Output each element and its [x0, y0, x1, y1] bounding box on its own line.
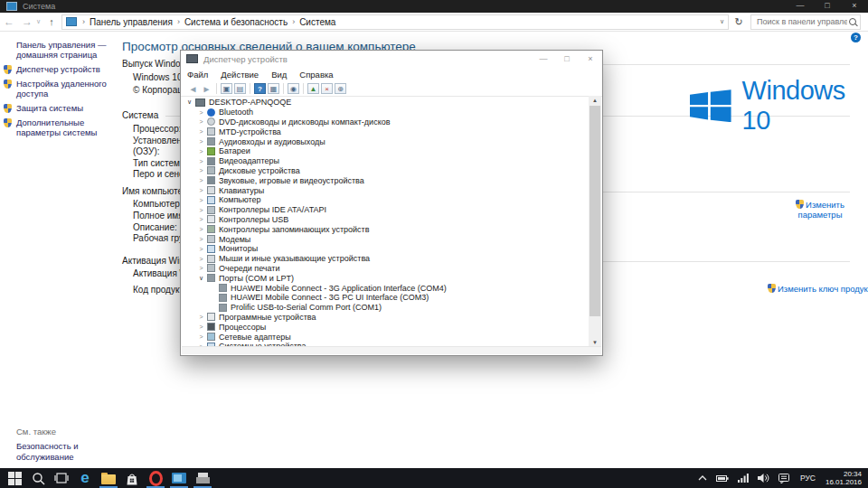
tree-item[interactable]: >Звуковые, игровые и видеоустройства	[182, 175, 589, 185]
refresh-icon[interactable]: ↻	[731, 16, 747, 28]
edge-taskbar-icon[interactable]: e	[73, 468, 97, 488]
language-indicator[interactable]: РУС	[800, 474, 816, 483]
chevron-collapsed-icon[interactable]: >	[197, 226, 205, 232]
chevron-collapsed-icon[interactable]: >	[197, 118, 205, 125]
update-driver-icon[interactable]: ▲	[307, 83, 319, 94]
chevron-collapsed-icon[interactable]: >	[197, 158, 205, 164]
chevron-collapsed-icon[interactable]: >	[197, 187, 205, 193]
up-icon[interactable]: ↑	[43, 16, 60, 27]
nav-forward-icon[interactable]: ►	[200, 84, 213, 94]
tree-item[interactable]: >Клавиатуры	[182, 185, 589, 195]
store-taskbar-icon[interactable]	[120, 468, 144, 488]
tree-item[interactable]: >Программные устройства	[182, 313, 589, 323]
task-view-taskbar-icon[interactable]	[50, 468, 73, 488]
action-center-icon[interactable]	[778, 474, 789, 483]
chevron-collapsed-icon[interactable]: >	[197, 177, 205, 183]
tree-item[interactable]: >Дисковые устройства	[182, 166, 589, 176]
breadcrumb-item[interactable]: Система и безопасность	[182, 17, 290, 27]
search-box[interactable]	[750, 14, 861, 30]
tree-item[interactable]: ∨Порты (COM и LPT)	[182, 273, 589, 283]
dm-minimize-button[interactable]: —	[532, 52, 555, 67]
tree-item[interactable]: >Сетевые адаптеры	[182, 332, 589, 342]
chevron-collapsed-icon[interactable]: >	[197, 138, 205, 145]
tree-item[interactable]: >Процессоры	[182, 322, 589, 332]
tree-item[interactable]: HUAWEI Mobile Connect - 3G Application I…	[182, 283, 589, 293]
tree-item[interactable]: >Bluetooth	[182, 108, 589, 117]
forward-icon[interactable]: →	[18, 15, 36, 28]
chevron-collapsed-icon[interactable]: >	[197, 256, 205, 262]
chevron-collapsed-icon[interactable]: >	[197, 207, 205, 213]
tree-item[interactable]: >Аудиовходы и аудиовыходы	[182, 136, 589, 146]
address-field[interactable]: ›Панель управления›Система и безопасност…	[61, 14, 729, 30]
menu-item[interactable]: Действие	[221, 70, 259, 80]
chevron-collapsed-icon[interactable]: >	[197, 333, 205, 340]
tree-item[interactable]: >Модемы	[182, 234, 589, 244]
see-also-link[interactable]: Безопасность и обслуживание	[16, 441, 98, 463]
chevron-collapsed-icon[interactable]: >	[197, 324, 205, 330]
dm-close-button[interactable]: ×	[579, 52, 602, 67]
tree-item[interactable]: >Контроллеры USB	[182, 215, 589, 225]
show-window-icon[interactable]: ▦	[268, 83, 279, 94]
address-dropdown-icon[interactable]: ∨	[720, 18, 724, 25]
properties-icon[interactable]: ▣	[221, 83, 232, 94]
dm-maximize-button[interactable]: □	[555, 52, 579, 67]
change-product-key-link[interactable]: Изменить ключ продукта	[768, 283, 868, 294]
chevron-collapsed-icon[interactable]: >	[197, 314, 205, 320]
hidden-icons-icon[interactable]	[698, 474, 707, 482]
sidebar-item[interactable]: Панель управления — домашняя страница	[4, 40, 121, 60]
chevron-expanded-icon[interactable]: ∨	[185, 99, 193, 106]
start-button[interactable]	[3, 468, 26, 488]
tree-item[interactable]: >Контроллеры запоминающих устройств	[182, 224, 589, 234]
help-icon[interactable]: ?	[254, 83, 266, 94]
battery-icon[interactable]	[716, 474, 729, 483]
chevron-collapsed-icon[interactable]: >	[197, 246, 205, 252]
back-icon[interactable]: ←	[0, 15, 18, 28]
sidebar-item[interactable]: Защита системы	[4, 103, 121, 113]
export-list-icon[interactable]: ▤	[234, 83, 246, 94]
tree-item[interactable]: HUAWEI Mobile Connect - 3G PC UI Interfa…	[182, 293, 589, 303]
scan-hardware-changes-icon[interactable]: ⊕	[335, 83, 346, 94]
chevron-collapsed-icon[interactable]: >	[197, 148, 205, 155]
history-chevron-icon[interactable]: ∨	[36, 18, 43, 25]
tree-item[interactable]: >Очереди печати	[182, 264, 589, 274]
explorer-taskbar-icon[interactable]	[97, 468, 120, 488]
breadcrumb-item[interactable]: Система	[297, 17, 338, 27]
sidebar-item[interactable]: Диспетчер устройств	[4, 64, 121, 74]
tree-item[interactable]: >Компьютер	[182, 195, 589, 205]
volume-icon[interactable]	[758, 474, 769, 483]
chevron-collapsed-icon[interactable]: >	[197, 167, 205, 174]
scroll-up-icon[interactable]: ▲	[589, 96, 601, 105]
tree-item[interactable]: >MTD-устройства	[182, 127, 589, 136]
chevron-collapsed-icon[interactable]: >	[197, 109, 205, 116]
tree-item[interactable]: Prolific USB-to-Serial Comm Port (COM1)	[182, 303, 589, 313]
tree-item[interactable]: >Мыши и иные указывающие устройства	[182, 254, 589, 264]
tree-item[interactable]: >Видеоадаптеры	[182, 156, 589, 166]
maximize-button[interactable]: □	[814, 0, 841, 13]
menu-item[interactable]: Справка	[299, 70, 333, 80]
menu-item[interactable]: Вид	[271, 70, 287, 80]
chevron-expanded-icon[interactable]: ∨	[197, 275, 205, 282]
close-button[interactable]: ×	[841, 0, 868, 13]
cellular-signal-icon[interactable]	[738, 474, 749, 483]
sidebar-item[interactable]: Настройка удаленного доступа	[4, 79, 121, 99]
search-input[interactable]	[755, 16, 849, 27]
chevron-collapsed-icon[interactable]: >	[197, 128, 205, 135]
uninstall-device-icon[interactable]: ×	[321, 83, 333, 94]
minimize-button[interactable]: —	[787, 0, 814, 13]
scan-icon[interactable]: ◉	[288, 83, 299, 94]
tree-item[interactable]: >Батареи	[182, 146, 589, 156]
clock[interactable]: 20:34 16.01.2016	[826, 470, 862, 486]
nav-back-icon[interactable]: ◄	[186, 84, 200, 94]
help-icon[interactable]: ?	[851, 33, 861, 42]
chevron-collapsed-icon[interactable]: >	[197, 265, 205, 271]
system-taskbar-icon[interactable]	[167, 468, 191, 488]
menu-item[interactable]: Файл	[187, 70, 208, 80]
device-manager-titlebar[interactable]: Диспетчер устройств — □ ×	[181, 51, 602, 67]
tree-item[interactable]: >Мониторы	[182, 244, 589, 254]
search-taskbar-icon[interactable]	[26, 468, 50, 488]
sidebar-item[interactable]: Дополнительные параметры системы	[4, 117, 121, 137]
tree-item[interactable]: ∨DESKTOP-APNQOQE	[182, 98, 589, 108]
change-settings-link[interactable]: Изменить параметры	[792, 199, 848, 220]
opera-taskbar-icon[interactable]	[144, 468, 167, 488]
chevron-collapsed-icon[interactable]: >	[197, 236, 205, 242]
